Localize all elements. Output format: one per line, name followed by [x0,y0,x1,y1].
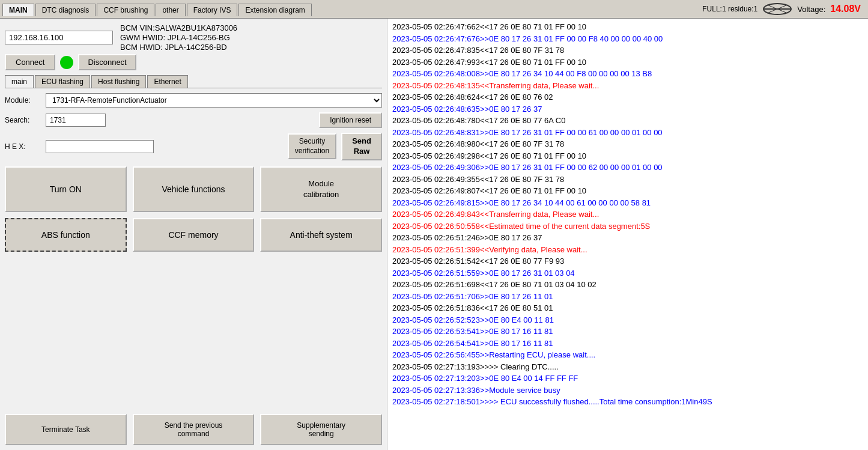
module-label: Module: [5,96,41,105]
security-verification-button[interactable]: Securityverification [288,133,336,159]
abs-function-button[interactable]: ABS function [5,218,127,252]
log-line: 2023-05-05 02:27:13:203>>0E 80 E4 00 14 … [392,372,863,385]
log-line: 2023-05-05 02:26:49:306>>0E 80 17 26 31 … [392,162,863,174]
tab-ccf-brushing[interactable]: CCF brushing [97,4,154,16]
log-line: 2023-05-05 02:26:52:523>>0E 80 E4 00 11 … [392,314,863,326]
ccf-memory-button[interactable]: CCF memory [133,218,255,252]
log-line: 2023-05-05 02:26:47:993<<17 26 0E 80 71 … [392,56,863,68]
anti-theft-system-button[interactable]: Anti-theft system [260,218,382,252]
log-line: 2023-05-05 02:26:47:676>>0E 80 17 26 31 … [392,33,863,45]
disconnect-button[interactable]: Disconnect [78,54,136,70]
log-line: 2023-05-05 02:26:49:815>>0E 80 17 26 34 … [392,197,863,209]
log-line: 2023-05-05 02:26:49:807<<17 26 0E 80 71 … [392,185,863,197]
tab-ethernet[interactable]: Ethernet [147,75,187,88]
supplementary-sending-button[interactable]: Supplementarysending [260,414,382,445]
log-line: 2023-05-05 02:26:51:399<<Verifying data,… [392,244,863,256]
log-line: 2023-05-05 02:26:48:635>>0E 80 17 26 37 [392,103,863,115]
log-line: 2023-05-05 02:26:51:542<<17 26 0E 80 77 … [392,255,863,267]
log-line: 2023-05-05 02:26:51:706>>0E 80 17 26 11 … [392,291,863,303]
log-line: 2023-05-05 02:26:50:558<<Estimated time … [392,220,863,233]
gwm-hwid: GWM HWID: JPLA-14C256-BG [120,33,237,42]
connect-button[interactable]: Connect [5,54,55,70]
search-input[interactable] [46,114,106,127]
tab-dtc-diagnosis[interactable]: DTC diagnosis [35,4,96,16]
tab-inner-main[interactable]: main [5,75,34,88]
log-line: 2023-05-05 02:26:47:662<<17 26 0E 80 71 … [392,21,863,33]
log-line: 2023-05-05 02:26:48:831>>0E 80 17 26 31 … [392,127,863,139]
voltage-label: Voltage: [797,5,825,14]
search-label: Search: [5,116,41,124]
bcm-hwid: BCM HWID: JPLA-14C256-BD [120,43,237,52]
terminate-task-button[interactable]: Terminate Task [5,414,127,445]
log-line: 2023-05-05 02:27:18:501>>>> ECU successf… [392,396,863,408]
log-line: 2023-05-05 02:27:13:193>>>> Clearing DTC… [392,361,863,373]
tab-other[interactable]: other [156,4,185,16]
ip-input[interactable] [5,31,113,44]
ignition-reset-button[interactable]: Ignition reset [319,112,382,128]
log-line: 2023-05-05 02:26:51:246>>0E 80 17 26 37 [392,232,863,244]
log-area: 2023-05-05 02:26:47:662<<17 26 0E 80 71 … [387,19,868,450]
log-line: 2023-05-05 02:26:56:455>>Restarting ECU,… [392,349,863,361]
log-line: 2023-05-05 02:26:48:624<<17 26 0E 80 76 … [392,91,863,103]
logo-icon [762,2,792,16]
log-line: 2023-05-05 02:26:48:780<<17 26 0E 80 77 … [392,115,863,127]
turn-on-button[interactable]: Turn ON [5,166,127,212]
voltage-value: 14.08V [830,4,861,14]
vehicle-functions-button[interactable]: Vehicle functions [133,166,255,212]
module-calibration-button[interactable]: Modulecalibration [260,166,382,212]
log-line: 2023-05-05 02:27:13:336>>Module service … [392,385,863,397]
log-line: 2023-05-05 02:26:53:541>>0E 80 17 16 11 … [392,326,863,338]
send-raw-button[interactable]: SendRaw [341,133,382,160]
send-previous-command-button[interactable]: Send the previouscommand [133,414,255,445]
module-select[interactable]: 1731-RFA-RemoteFunctionActuator [46,93,382,108]
log-line: 2023-05-05 02:26:48:135<<Transferring da… [392,80,863,92]
tab-factory-ivs[interactable]: Factory IVS [187,4,238,16]
log-line: 2023-05-05 02:26:49:355<<17 26 0E 80 7F … [392,174,863,186]
tab-host-flushing[interactable]: Host flushing [91,75,146,88]
log-line: 2023-05-05 02:26:48:980<<17 26 0E 80 7F … [392,138,863,150]
bcm-vin: BCM VIN:SALWA2BU1KA873006 [120,23,237,32]
log-line: 2023-05-05 02:26:51:698<<17 26 0E 80 71 … [392,279,863,291]
hex-label: H E X: [5,142,41,151]
tab-extension-diagram[interactable]: Extension diagram [238,4,311,16]
tab-ecu-flashing[interactable]: ECU flashing [35,75,90,88]
log-line: 2023-05-05 02:26:48:008>>0E 80 17 26 34 … [392,68,863,80]
log-line: 2023-05-05 02:26:51:559>>0E 80 17 26 31 … [392,267,863,279]
log-line: 2023-05-05 02:26:54:541>>0E 80 17 16 11 … [392,338,863,350]
log-line: 2023-05-05 02:26:49:298<<17 26 0E 80 71 … [392,150,863,162]
log-line: 2023-05-05 02:26:47:835<<17 26 0E 80 7F … [392,44,863,56]
log-line: 2023-05-05 02:26:49:843<<Transferring da… [392,208,863,220]
connection-status-dot [60,56,73,69]
log-line: 2023-05-05 02:26:51:836<<17 26 0E 80 51 … [392,302,863,314]
header-status: FULL:1 residue:1 [702,5,757,13]
tab-main[interactable]: MAIN [2,4,34,16]
hex-input[interactable] [46,140,154,153]
